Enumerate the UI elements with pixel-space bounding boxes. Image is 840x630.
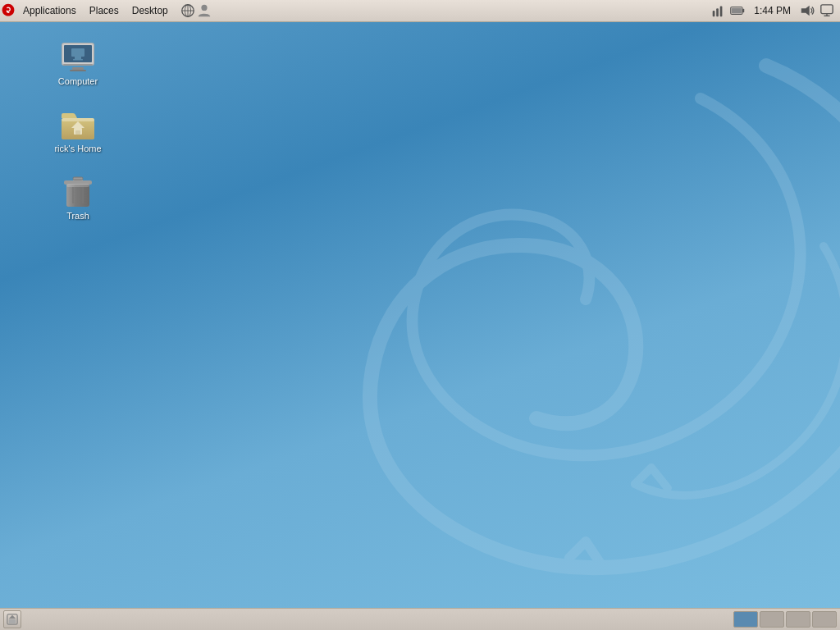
debian-logo[interactable]	[0, 2, 16, 19]
computer-icon-img	[58, 36, 98, 75]
trash-icon[interactable]: Trash	[45, 167, 111, 225]
user-icon[interactable]	[196, 2, 212, 19]
clock: 1:44 PM	[749, 5, 796, 16]
svg-rect-9	[742, 9, 744, 13]
workspace-2[interactable]	[760, 611, 784, 628]
applications-menu[interactable]: Applications	[16, 2, 83, 19]
trash-icon-img	[58, 171, 98, 210]
workspace-4[interactable]	[812, 611, 837, 628]
svg-rect-10	[732, 8, 742, 14]
svg-marker-11	[801, 6, 810, 16]
bottom-left	[0, 610, 21, 628]
swirl-background	[290, 0, 840, 630]
home-icon[interactable]: rick's Home	[45, 100, 111, 158]
computer-icon[interactable]: Computer	[45, 33, 111, 90]
svg-rect-21	[75, 57, 81, 59]
svg-rect-28	[75, 130, 80, 135]
bottom-panel	[0, 608, 840, 630]
home-icon-img	[58, 103, 98, 143]
svg-rect-7	[720, 7, 723, 17]
network-icon[interactable]	[180, 2, 196, 19]
panel-right: 1:44 PM	[710, 2, 840, 19]
svg-rect-40	[9, 619, 16, 623]
battery-icon[interactable]	[729, 2, 746, 19]
svg-rect-23	[63, 64, 93, 66]
top-panel: Applications Places Desktop	[0, 0, 840, 22]
workspace-3[interactable]	[786, 611, 810, 628]
svg-rect-38	[66, 184, 89, 187]
workspace-switcher	[733, 611, 837, 628]
svg-point-4	[201, 5, 207, 11]
svg-marker-41	[9, 615, 16, 619]
desktop: Applications Places Desktop	[0, 0, 840, 630]
panel-left: Applications Places Desktop	[0, 2, 710, 19]
svg-rect-16	[70, 70, 86, 71]
system-icon[interactable]	[819, 2, 835, 19]
svg-rect-15	[72, 67, 84, 70]
svg-rect-12	[821, 5, 833, 14]
workspace-1[interactable]	[733, 611, 758, 628]
places-menu[interactable]: Places	[83, 2, 126, 19]
home-label: rick's Home	[54, 143, 101, 154]
svg-rect-22	[73, 59, 83, 61]
svg-rect-6	[716, 8, 719, 16]
trash-label: Trash	[66, 210, 89, 221]
svg-rect-5	[713, 11, 715, 16]
show-desktop-button[interactable]	[3, 610, 21, 628]
network-status-icon[interactable]	[710, 2, 726, 19]
desktop-menu[interactable]: Desktop	[126, 2, 175, 19]
computer-label: Computer	[58, 75, 98, 87]
svg-rect-29	[62, 118, 94, 121]
volume-icon[interactable]	[799, 2, 815, 19]
svg-rect-20	[71, 48, 84, 57]
